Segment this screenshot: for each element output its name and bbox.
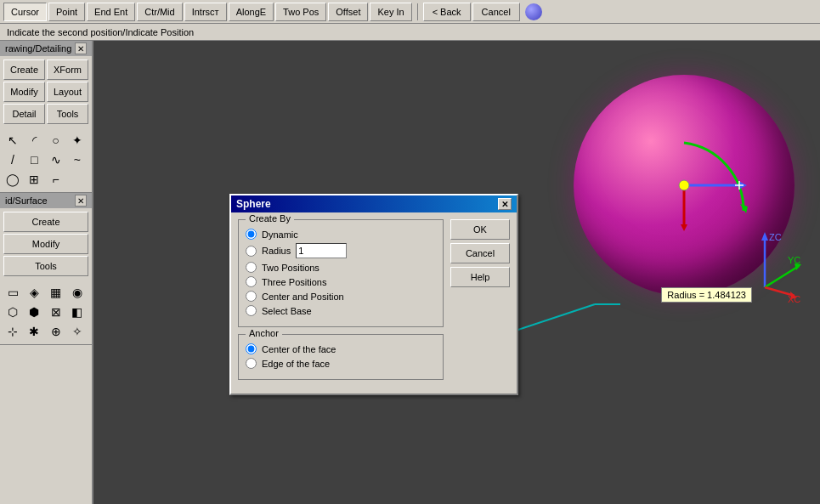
icon-oval[interactable]: ◯: [3, 170, 22, 189]
drawing-detailing-buttons: Create XForm Modify Layout Detail Tools: [0, 56, 92, 127]
ok-button[interactable]: OK: [450, 219, 510, 240]
sphere-arrows: [574, 75, 795, 296]
dialog-title-text: Sphere: [236, 198, 271, 210]
main-viewport[interactable]: ZC YC XC: [93, 41, 820, 504]
surface-icon-1[interactable]: ▭: [3, 283, 22, 302]
svg-marker-9: [740, 204, 748, 213]
status-text: Indicate the second position/Indicate Po…: [7, 27, 194, 37]
drawing-detailing-header: rawing/Detailing ✕: [0, 41, 92, 56]
icon-circle[interactable]: ○: [47, 131, 65, 150]
select-base-radio-row: Select Base: [246, 305, 436, 316]
surface-section: id/Surface ✕ Create Modify Tools ▭ ◈ ▦ ◉…: [0, 193, 92, 345]
icon-squiggle[interactable]: ~: [68, 150, 87, 169]
end-ent-button[interactable]: End Ent: [87, 3, 135, 21]
help-button[interactable]: Help: [450, 267, 510, 287]
radius-value: Radius = 1.484123: [667, 290, 746, 300]
create-button-2[interactable]: Create: [3, 212, 88, 232]
modify-button-1[interactable]: Modify: [3, 82, 45, 102]
surface-header: id/Surface ✕: [0, 193, 92, 208]
center-face-label: Center of the face: [262, 344, 336, 354]
three-positions-radio[interactable]: [246, 276, 257, 287]
toolbar-separator: [417, 3, 418, 20]
surface-icon-9[interactable]: ⊹: [3, 322, 22, 341]
key-in-button[interactable]: Key In: [370, 3, 411, 21]
icon-bracket[interactable]: ⌐: [47, 170, 65, 189]
surface-icon-6[interactable]: ⬢: [25, 303, 43, 321]
radius-radio-row: Radius: [246, 243, 436, 258]
icon-slash[interactable]: /: [3, 150, 22, 169]
two-positions-radio[interactable]: [246, 262, 257, 273]
surface-label: id/Surface: [5, 195, 48, 206]
drawing-icon-grid: ↖ ◜ ○ ✦ / □ ∿ ~ ◯ ⊞ ⌐: [0, 127, 92, 192]
sphere-dialog[interactable]: Sphere ✕ Create By Dynamic Radius: [229, 194, 518, 395]
dialog-title-bar[interactable]: Sphere ✕: [231, 195, 517, 212]
icon-arrow[interactable]: ↖: [3, 131, 22, 150]
icon-grid[interactable]: ⊞: [25, 170, 43, 189]
offset-button[interactable]: Offset: [328, 3, 368, 21]
layout-button[interactable]: Layout: [47, 82, 88, 102]
modify-button-2[interactable]: Modify: [3, 234, 88, 254]
surface-icon-10[interactable]: ✱: [25, 322, 43, 341]
drawing-detailing-close[interactable]: ✕: [75, 42, 87, 54]
point-button[interactable]: Point: [48, 3, 85, 21]
dialog-right-panel: OK Cancel Help: [450, 219, 510, 387]
two-positions-label: Two Positions: [262, 263, 320, 273]
surface-icon-11[interactable]: ⊕: [47, 322, 65, 341]
dialog-close-button[interactable]: ✕: [498, 198, 512, 210]
dynamic-label: Dynamic: [262, 229, 298, 240]
center-face-radio[interactable]: [246, 343, 257, 354]
radius-radio[interactable]: [246, 246, 257, 257]
drawing-detailing-label: rawing/Detailing: [5, 43, 71, 54]
sphere-area: ZC YC XC: [565, 66, 803, 304]
center-face-radio-row: Center of the face: [246, 343, 436, 354]
surface-icon-3[interactable]: ▦: [47, 283, 65, 302]
intrscт-button[interactable]: Intrscт: [184, 3, 227, 21]
dynamic-radio[interactable]: [246, 229, 257, 240]
dynamic-radio-row: Dynamic: [246, 229, 436, 240]
icon-dot[interactable]: ✦: [68, 131, 87, 150]
surface-icon-7[interactable]: ⊠: [47, 303, 65, 321]
three-positions-radio-row: Three Positions: [246, 276, 436, 287]
surface-icon-12[interactable]: ✧: [68, 322, 87, 341]
left-panel: rawing/Detailing ✕ Create XForm Modify L…: [0, 41, 93, 504]
surface-icon-4[interactable]: ◉: [68, 283, 87, 302]
dialog-left-panel: Create By Dynamic Radius Two Positions: [238, 219, 444, 387]
icon-arc[interactable]: ◜: [25, 131, 43, 150]
edge-face-radio-row: Edge of the face: [246, 358, 436, 369]
surface-icon-2[interactable]: ◈: [25, 283, 43, 302]
select-base-label: Select Base: [262, 306, 312, 316]
tools-button-2[interactable]: Tools: [3, 256, 88, 276]
top-toolbar: Cursor Point End Ent Ctr/Mid Intrscт Alo…: [0, 0, 820, 24]
icon-wave[interactable]: ∿: [47, 150, 65, 169]
xform-button[interactable]: XForm: [47, 59, 88, 80]
svg-point-14: [679, 180, 689, 190]
surface-icon-8[interactable]: ◧: [68, 303, 87, 321]
status-bar: Indicate the second position/Indicate Po…: [0, 24, 820, 41]
select-base-radio[interactable]: [246, 305, 257, 316]
create-button-1[interactable]: Create: [3, 59, 45, 80]
radius-label: Radius: [262, 246, 291, 256]
cursor-button[interactable]: Cursor: [3, 3, 47, 21]
center-position-radio[interactable]: [246, 291, 257, 302]
status-indicator: [525, 3, 542, 20]
dialog-body: Create By Dynamic Radius Two Positions: [231, 212, 517, 394]
cancel-dialog-button[interactable]: Cancel: [450, 243, 510, 263]
back-button[interactable]: < Back: [423, 3, 471, 21]
create-by-group: Create By Dynamic Radius Two Positions: [238, 219, 444, 327]
detail-button[interactable]: Detail: [3, 104, 45, 124]
surface-buttons: Create Modify Tools: [0, 208, 92, 280]
surface-icon-5[interactable]: ⬡: [3, 303, 22, 321]
cancel-nav-button[interactable]: Cancel: [472, 3, 520, 21]
two-pos-button[interactable]: Two Pos: [275, 3, 326, 21]
surface-close[interactable]: ✕: [75, 195, 87, 207]
tools-button-1[interactable]: Tools: [47, 104, 88, 124]
along-e-button[interactable]: AlongE: [229, 3, 274, 21]
svg-marker-13: [681, 224, 687, 231]
ctr-mid-button[interactable]: Ctr/Mid: [137, 3, 182, 21]
radius-input[interactable]: [296, 243, 347, 258]
drawing-detailing-section: rawing/Detailing ✕ Create XForm Modify L…: [0, 41, 92, 193]
edge-face-radio[interactable]: [246, 358, 257, 369]
center-position-radio-row: Center and Position: [246, 291, 436, 302]
icon-rect[interactable]: □: [25, 150, 43, 169]
two-positions-radio-row: Two Positions: [246, 262, 436, 273]
